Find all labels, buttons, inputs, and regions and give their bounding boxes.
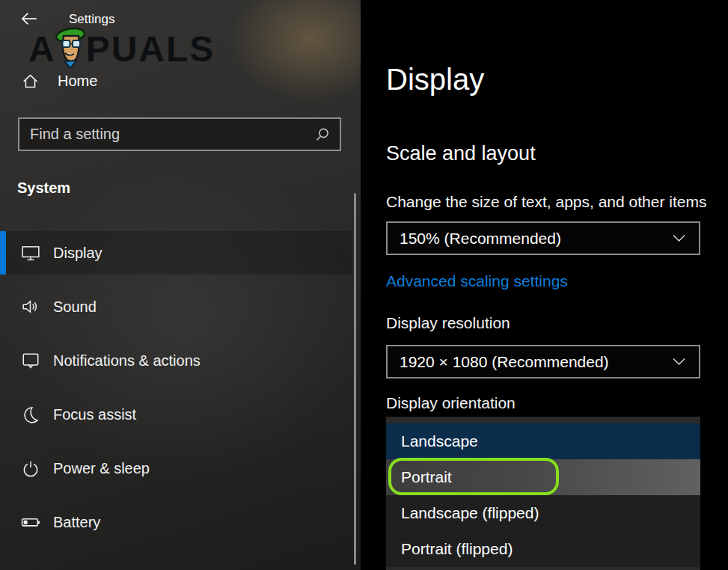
sidebar-scrollbar[interactable] <box>354 193 356 565</box>
sidebar-item-home[interactable]: Home <box>21 72 97 91</box>
sidebar: Settings A PUALS Home <box>0 0 361 570</box>
sidebar-item-label: Power & sleep <box>53 460 150 477</box>
orientation-option-landscape[interactable]: Landscape <box>386 423 700 459</box>
sidebar-item-focus-assist[interactable]: Focus assist <box>0 393 352 436</box>
advanced-scaling-link[interactable]: Advanced scaling settings <box>386 272 568 290</box>
power-icon <box>21 459 40 478</box>
window-title: Settings <box>69 12 114 27</box>
search-icon <box>314 126 331 143</box>
home-label: Home <box>58 73 97 90</box>
appuals-mascot-icon <box>53 25 88 70</box>
orientation-option-landscape-flipped[interactable]: Landscape (flipped) <box>386 495 700 531</box>
resolution-label: Display resolution <box>386 314 510 332</box>
sidebar-item-notifications[interactable]: Notifications & actions <box>0 339 352 382</box>
display-icon <box>21 243 40 263</box>
watermark-text-right: PUALS <box>86 31 215 67</box>
sidebar-item-battery[interactable]: Battery <box>0 500 352 544</box>
scale-dropdown-value: 150% (Recommended) <box>400 230 561 248</box>
orientation-option-portrait[interactable]: Portrait <box>386 459 700 495</box>
resolution-dropdown[interactable]: 1920 × 1080 (Recommended) <box>386 345 700 379</box>
sidebar-item-power-sleep[interactable]: Power & sleep <box>0 447 352 490</box>
sidebar-item-label: Focus assist <box>53 406 136 423</box>
sidebar-item-label: Battery <box>53 514 100 531</box>
page-title: Display <box>386 63 484 96</box>
orientation-dropdown-list: Landscape Portrait Landscape (flipped) P… <box>386 417 700 570</box>
sidebar-item-label: Sound <box>53 298 97 316</box>
sidebar-item-sound[interactable]: Sound <box>0 285 352 328</box>
home-icon <box>21 72 40 91</box>
sidebar-item-display[interactable]: Display <box>0 231 352 275</box>
chevron-down-icon <box>673 234 685 242</box>
display-settings-pane: Display Scale and layout Change the size… <box>361 0 728 570</box>
orientation-option-portrait-flipped[interactable]: Portrait (flipped) <box>386 531 700 567</box>
focus-assist-icon <box>21 405 40 424</box>
resolution-dropdown-value: 1920 × 1080 (Recommended) <box>400 353 609 371</box>
notifications-icon <box>21 351 40 370</box>
orientation-label: Display orientation <box>386 394 516 412</box>
section-title-scale-and-layout: Scale and layout <box>386 142 536 165</box>
scale-label: Change the size of text, apps, and other… <box>386 193 706 211</box>
scale-dropdown[interactable]: 150% (Recommended) <box>386 221 700 255</box>
search-box <box>18 117 341 151</box>
chevron-down-icon <box>673 358 685 366</box>
settings-window: Settings A PUALS Home <box>0 0 728 570</box>
back-button[interactable] <box>18 7 40 30</box>
sidebar-item-label: Display <box>53 245 103 262</box>
back-arrow-icon <box>19 9 39 28</box>
sidebar-section-system: System <box>17 180 70 197</box>
sound-icon <box>21 297 40 316</box>
sidebar-nav: Display Sound <box>0 231 352 554</box>
watermark-text-left: A <box>28 31 56 67</box>
selected-indicator <box>0 231 6 275</box>
search-input[interactable] <box>30 126 314 143</box>
sidebar-item-label: Notifications & actions <box>53 352 201 370</box>
appuals-watermark: A PUALS <box>28 27 215 72</box>
battery-icon <box>21 512 40 532</box>
